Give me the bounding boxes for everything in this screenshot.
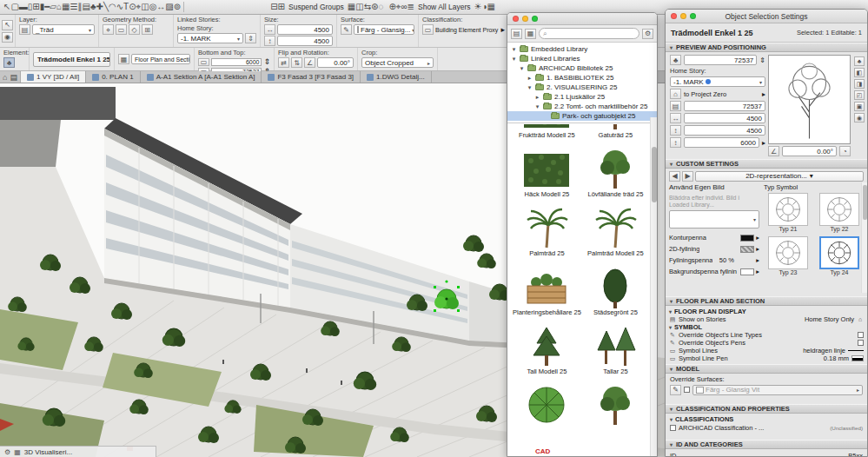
grid-icon[interactable]: ▦: [487, 2, 494, 11]
home-story-select[interactable]: -1. MARK▾: [177, 33, 243, 43]
show-2d-icon[interactable]: ♣: [854, 56, 865, 66]
disclosure-icon[interactable]: ▾: [527, 84, 533, 91]
view-tab[interactable]: F3 Fasad 3 [F3 Fasad 3]: [262, 71, 361, 83]
object-element-icon[interactable]: ♣: [3, 57, 15, 68]
library-thumbnail[interactable]: Planteringsbehållare 25: [513, 262, 581, 316]
section-id-categories[interactable]: ▾ ID AND CATEGORIES: [666, 440, 867, 449]
show-on-stories-value[interactable]: Home Story Only: [805, 315, 854, 323]
pen-setting-row[interactable]: 2D-fyllning ▸: [669, 243, 759, 255]
stepper-icon[interactable]: ⇕: [263, 57, 270, 66]
flip-horizontal-button[interactable]: ⇄: [278, 57, 289, 68]
library-thumbnail[interactable]: [585, 380, 646, 427]
height-field[interactable]: 6000: [684, 137, 759, 148]
color-swatch[interactable]: [740, 235, 754, 242]
marquee-tool-icon[interactable]: ▢: [10, 2, 18, 11]
rotation-field[interactable]: 0.00°: [782, 146, 837, 156]
bottom-field[interactable]: 6000: [211, 58, 262, 66]
story-stepper[interactable]: ⇕: [245, 33, 256, 43]
symbol-type-option[interactable]: Typ 24: [815, 236, 864, 277]
arrow-mode-icon[interactable]: ↖: [2, 20, 13, 30]
crop-select[interactable]: Object Cropped▸: [361, 57, 434, 68]
library-tree-item[interactable]: ▾ Linked Libraries: [507, 54, 657, 63]
library-thumbnail[interactable]: Palmträd Modell 25: [585, 202, 646, 257]
disclosure-icon[interactable]: ▾: [534, 103, 540, 110]
front-view-icon[interactable]: ◧: [854, 68, 865, 77]
grid-icon[interactable]: ▦: [14, 448, 21, 456]
side-view-icon[interactable]: ◨: [854, 79, 865, 89]
fill-tool-icon[interactable]: ▨: [165, 2, 173, 11]
layers-icon[interactable]: ≣: [407, 2, 414, 11]
library-tree-item[interactable]: ▾ Embedded Library: [507, 44, 657, 54]
geometry-rotated-icon[interactable]: ◇: [129, 24, 140, 35]
link-icon[interactable]: ∞: [401, 2, 407, 11]
preview-photo-icon[interactable]: ◉: [854, 113, 865, 123]
stepper-icon[interactable]: ⇕: [759, 56, 765, 64]
library-tree-item[interactable]: ▾ 2. VISUALISERING 25: [507, 83, 657, 92]
library-thumbnail[interactable]: Palmträd 25: [513, 202, 581, 257]
flip-vertical-button[interactable]: ⇅: [291, 57, 302, 68]
zoom-window-icon[interactable]: [532, 16, 538, 22]
mesh-tool-icon[interactable]: ▦: [62, 2, 70, 11]
slab-tool-icon[interactable]: ▱: [50, 2, 56, 11]
pen-setting-row[interactable]: Fyllningspenna 50 % ▸: [669, 255, 759, 266]
disclosure-icon[interactable]: ▸: [534, 94, 540, 101]
cursor-snap-icon[interactable]: ◌: [378, 2, 383, 11]
disclosure-icon[interactable]: ▾: [519, 65, 525, 72]
override-line-types-checkbox[interactable]: [858, 332, 864, 338]
gear-icon[interactable]: ⚙: [4, 448, 10, 456]
page-left-button[interactable]: ◀: [669, 171, 680, 182]
view-tab[interactable]: A-A1 Sektion A [A-A1 Sektion A]: [141, 71, 262, 83]
view-tab[interactable]: 1.DWG Detalj...: [361, 71, 432, 83]
chevron-right-icon[interactable]: ▸: [762, 90, 765, 98]
geometry-poly-icon[interactable]: ⊞: [142, 24, 153, 35]
display-mode-select[interactable]: Floor Plan and Section...▾: [131, 54, 190, 64]
library-tree-item[interactable]: ▸ 1. BASBIBLIOTEK 25: [507, 73, 657, 83]
zoom-tool-icon[interactable]: ⊚: [174, 2, 181, 11]
section-classification[interactable]: ▾ CLASSIFICATION AND PROPERTIES: [666, 404, 867, 414]
suspend-groups-icon[interactable]: ⊟: [270, 2, 277, 11]
width-field[interactable]: 4500: [684, 113, 765, 123]
window-tool-icon[interactable]: ⊞: [32, 2, 39, 11]
minimize-icon[interactable]: [522, 16, 528, 22]
classification-system-label[interactable]: ARCHICAD Classification - ...: [679, 424, 764, 432]
surface-select[interactable]: Färg - Glansig...▾: [354, 24, 414, 35]
library-settings-icon[interactable]: ⚙: [642, 29, 653, 39]
grid-snap-icon[interactable]: ▦: [348, 2, 355, 11]
dialog-titlebar[interactable]: Object Selection Settings: [666, 10, 867, 23]
home-tab-icon[interactable]: ⌂: [3, 73, 7, 82]
view-tab[interactable]: 1 VY [3D / All]: [21, 71, 86, 83]
section-custom-settings[interactable]: ▾ CUSTOM SETTINGS: [666, 159, 867, 169]
wall-tool-icon[interactable]: ▬: [19, 2, 28, 11]
library-titlebar[interactable]: [507, 13, 657, 25]
chevron-down-icon[interactable]: ▾: [670, 416, 673, 422]
surface-override-select[interactable]: Färg - Glansig Vit▸: [692, 385, 863, 395]
view-mode-label[interactable]: 3D Visualiseri...: [24, 448, 72, 456]
top-view-icon[interactable]: ◰: [854, 90, 865, 100]
geometry-simple-icon[interactable]: ⋄: [103, 24, 114, 35]
disclosure-icon[interactable]: ▾: [511, 46, 517, 53]
tab-list-icon[interactable]: ▤: [10, 73, 17, 82]
section-model[interactable]: ▾ MODEL: [666, 364, 867, 374]
library-tree-item[interactable]: ▾ ARCHICAD Bibliotek 25: [507, 63, 657, 73]
rotation-field[interactable]: 0.00°: [317, 57, 354, 68]
element-name-button[interactable]: Trädmodell Enkel 1 25▸: [33, 52, 110, 67]
settings-page-tab[interactable]: 2D-representation...▾: [695, 171, 864, 182]
color-swatch[interactable]: [740, 246, 754, 253]
pen-setting-row[interactable]: Bakgrundspenna fyllning ▸: [669, 266, 759, 277]
library-thumbnail[interactable]: Häck Modell 25: [513, 143, 581, 198]
anchor-icon[interactable]: ⊕: [388, 2, 395, 11]
size-height-field[interactable]: 4500: [277, 36, 333, 46]
color-swatch[interactable]: [740, 268, 754, 275]
disclosure-icon[interactable]: ▸: [527, 75, 533, 82]
disclosure-icon[interactable]: ▾: [511, 56, 517, 63]
symbol-type-option[interactable]: Typ 21: [764, 193, 812, 234]
list-view-icon[interactable]: ▦: [525, 29, 536, 39]
library-thumbnail[interactable]: Städsegrönt 25: [585, 262, 646, 316]
elevation-tool-icon[interactable]: ◫: [141, 2, 149, 11]
guide-lines-icon[interactable]: ◫: [355, 2, 363, 11]
reference-label[interactable]: to Project Zero: [684, 90, 759, 98]
library-tree-item[interactable]: ▾ 2.2 Tomt- och marktillbehör 25: [507, 102, 657, 111]
library-search-input[interactable]: ⌕: [539, 28, 639, 39]
library-scrollbar[interactable]: [650, 117, 657, 456]
symbol-pen-value[interactable]: 0.18 mm: [824, 354, 849, 362]
